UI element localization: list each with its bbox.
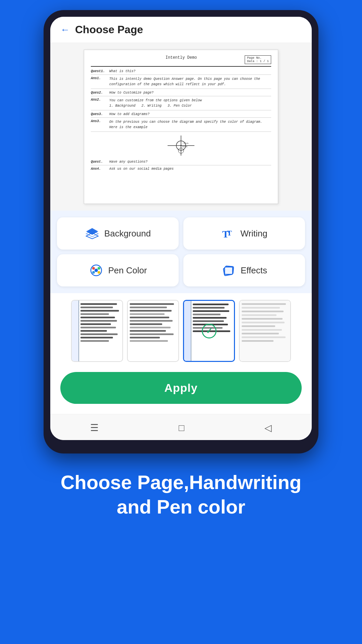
t4-line <box>242 333 279 334</box>
t3-line <box>193 320 224 322</box>
svg-point-15 <box>92 271 95 274</box>
effects-button[interactable]: Effects <box>183 254 305 286</box>
t2-line <box>130 307 167 308</box>
effects-label: Effects <box>241 265 267 276</box>
t2-line <box>130 303 174 305</box>
back-nav-icon[interactable]: ◁ <box>264 422 272 433</box>
q1-label: Quest1. <box>91 69 109 73</box>
tagline-line1: Choose Page,Handwriting <box>61 471 302 493</box>
t2-line <box>130 320 173 322</box>
t2-line <box>130 327 171 328</box>
doc-row-a3: Ans3. On the previous you can choose the… <box>91 119 271 132</box>
page-no-box: Page No. Data : 1 / 1 <box>245 55 271 64</box>
home-icon[interactable]: □ <box>179 423 184 433</box>
thumbnail-check-icon: ✓ <box>202 324 217 338</box>
t4-line <box>242 336 286 338</box>
t4-line <box>242 322 285 323</box>
t4-line <box>242 311 284 312</box>
doc-header: Intently Demo Page No. Data : 1 / 1 <box>91 55 271 67</box>
thumb2-inner <box>128 301 178 361</box>
t3-line <box>193 307 225 309</box>
palette-icon <box>89 263 104 278</box>
phone-screen: ← Choose Page Intently Demo Page No. Dat… <box>50 17 312 440</box>
thumb1-line <box>80 327 116 328</box>
svg-point-14 <box>98 267 100 270</box>
top-bar: ← Choose Page <box>50 17 312 43</box>
thumb1-line <box>80 307 113 308</box>
a2-label: Ans2. <box>91 98 109 109</box>
thumbnail-2[interactable] <box>127 300 179 362</box>
svg-point-16 <box>98 271 100 274</box>
tagline-line2: and Pen color <box>117 496 245 518</box>
t4-line <box>242 314 277 316</box>
t4-line <box>242 318 283 320</box>
thumb1-line <box>80 320 117 322</box>
doc-row-4: Quest. Have any questions? <box>91 160 271 165</box>
phone-frame: ← Choose Page Intently Demo Page No. Dat… <box>44 10 318 453</box>
t3-line <box>193 310 229 312</box>
t2-line <box>130 310 172 312</box>
thumbnails-section: ✓ <box>50 293 312 369</box>
background-button[interactable]: Background <box>57 217 179 250</box>
thumbnail-3[interactable]: ✓ <box>183 300 235 362</box>
document-preview: Intently Demo Page No. Data : 1 / 1 Ques… <box>50 43 312 211</box>
apply-section: Apply <box>50 369 312 414</box>
t3-line <box>193 304 229 305</box>
back-button[interactable]: ← <box>60 24 70 35</box>
doc-row-a2: Ans2. You can customize from the options… <box>91 98 271 110</box>
thumb1-line <box>80 323 111 325</box>
t4-line <box>242 340 274 342</box>
svg-text:T: T <box>227 229 232 237</box>
a2-text: You can customize from the options given… <box>109 98 271 109</box>
page-no-label: Page No. <box>247 56 269 60</box>
t2-line <box>130 323 162 325</box>
svg-text:+15vh: +15vh <box>182 142 188 145</box>
thumb1-inner <box>72 301 122 361</box>
svg-point-13 <box>92 267 95 270</box>
t2-line <box>130 317 169 318</box>
thumbnail-1[interactable] <box>71 300 123 362</box>
writing-button[interactable]: T T Writing <box>183 217 305 250</box>
q1-text: What is this? <box>109 69 271 73</box>
doc-title: Intently Demo <box>118 55 245 64</box>
thumbnail-4[interactable] <box>239 300 291 362</box>
options-panel: Background T T Writing Pen Color <box>50 211 312 293</box>
a4-text: Ask us on our social media pages <box>109 167 271 171</box>
diagram-area: +15vh $250n <box>91 134 271 157</box>
q3-text: How to add diagrams? <box>109 112 271 116</box>
doc-row-2: Ques2. How to Customize page? <box>91 91 271 96</box>
bottom-nav: ☰ □ ◁ <box>50 414 312 440</box>
t2-line <box>130 340 168 342</box>
thumb1-line <box>80 310 119 312</box>
doc-row-a4: Ans4. Ask us on our social media pages <box>91 167 271 171</box>
q4-label: Quest. <box>91 160 109 164</box>
svg-point-6 <box>180 145 182 146</box>
diagram-svg: +15vh $250n <box>161 134 201 157</box>
a3-label: Ans3. <box>91 119 109 130</box>
t4-line <box>242 329 282 331</box>
background-label: Background <box>104 228 151 239</box>
t2-line <box>130 313 165 315</box>
t4-line <box>242 303 286 305</box>
a1-text: This is intently demo Question Answer pa… <box>109 76 271 87</box>
doc-row-a1: Ans1. This is intently demo Question Ans… <box>91 76 271 89</box>
thumb1-margin <box>72 301 79 361</box>
menu-icon[interactable]: ☰ <box>90 422 99 433</box>
tagline: Choose Page,Handwriting and Pen color <box>41 453 322 539</box>
q2-text: How to Customize page? <box>109 91 271 95</box>
t3-line <box>193 314 221 315</box>
a3-text: On the previous you can choose the diagr… <box>109 119 271 130</box>
thumb1-line <box>80 333 118 335</box>
writing-label: Writing <box>240 228 267 239</box>
thumb4-inner <box>240 301 290 361</box>
apply-button[interactable]: Apply <box>60 372 302 404</box>
pen-color-button[interactable]: Pen Color <box>57 254 179 286</box>
svg-text:$250n: $250n <box>182 146 187 148</box>
thumb1-line <box>80 303 117 305</box>
thumb1-line <box>80 313 109 315</box>
text-icon: T T <box>221 226 236 241</box>
q2-label: Ques2. <box>91 91 109 95</box>
svg-point-17 <box>95 269 98 272</box>
data-label: Data : 1 / 1 <box>247 60 269 63</box>
document-paper: Intently Demo Page No. Data : 1 / 1 Ques… <box>84 50 278 204</box>
